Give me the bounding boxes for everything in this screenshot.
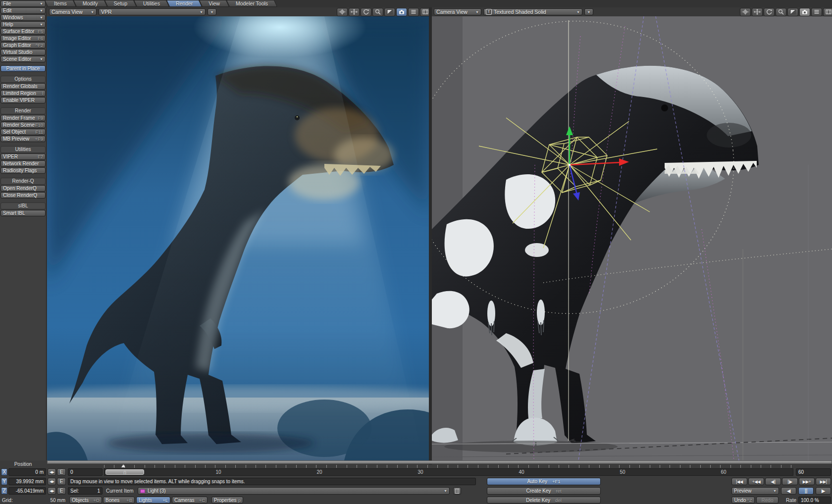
nudge-arrows-icon: ◀▶ xyxy=(50,470,54,474)
render-frame-button[interactable]: Render FrameF9 xyxy=(0,115,46,121)
sel-object-button[interactable]: Sel ObjectF11 xyxy=(0,129,46,135)
nudge-x-button[interactable]: ◀▶ xyxy=(48,468,56,476)
pan-button[interactable] xyxy=(752,8,763,16)
mb-preview-button[interactable]: MB Preview+F9 xyxy=(0,136,46,142)
center-item-button[interactable] xyxy=(337,8,348,16)
pause-button[interactable]: || xyxy=(798,487,814,495)
timeline-ruler[interactable]: 0 10 20 30 40 50 60 xyxy=(104,468,793,476)
left-render-mode-dropdown[interactable]: VPR▼ xyxy=(99,8,206,15)
step-forward-button[interactable]: ||▶ xyxy=(782,478,798,485)
rate-field[interactable]: 100.0 % xyxy=(798,497,831,504)
rotate-button[interactable] xyxy=(361,8,371,16)
minmax-viewport-button[interactable] xyxy=(787,8,798,16)
create-key-button[interactable]: Create Keyret xyxy=(487,487,601,495)
image-editor-button[interactable]: Image EditorF6 xyxy=(0,35,46,42)
viewport-list-button[interactable] xyxy=(811,8,822,16)
nudge-y-button[interactable]: ◀▶ xyxy=(48,478,56,485)
tick-label: 10 xyxy=(208,469,228,475)
render-mode-label: Textured Shaded Solid xyxy=(494,9,546,15)
rotate-button[interactable] xyxy=(764,8,775,16)
menu-edit-label: Edit xyxy=(3,8,11,14)
envelope-label: E xyxy=(60,469,63,475)
right-viewport-options-dropdown[interactable]: ▼ xyxy=(584,8,593,15)
current-item-dropdown[interactable]: Light (3) ▼ xyxy=(138,487,450,495)
bones-mode-button[interactable]: Bones+B xyxy=(103,497,135,504)
tab-modeler-tools[interactable]: Modeler Tools xyxy=(229,0,274,7)
tab-modify[interactable]: Modify xyxy=(76,0,104,7)
zoom-button[interactable] xyxy=(372,8,383,16)
lights-mode-button[interactable]: Lights+L xyxy=(136,497,170,504)
step-back-button[interactable]: ◀|| xyxy=(765,478,781,485)
render-scene-button[interactable]: Render SceneF10 xyxy=(0,122,46,128)
left-viewport-options-dropdown[interactable]: ▼ xyxy=(208,8,216,15)
next-keyframe-button[interactable]: ▶▶+ xyxy=(799,478,815,485)
previous-keyframe-button[interactable]: +◀◀ xyxy=(748,478,764,485)
enable-viper-button[interactable]: Enable VIPER xyxy=(0,97,46,103)
radiosity-flags-button[interactable]: Radiosity Flags xyxy=(0,167,46,174)
scene-editor-button[interactable]: Scene Editor▼ xyxy=(0,56,46,62)
zoom-button[interactable] xyxy=(776,8,786,16)
menu-windows[interactable]: Windows▼ xyxy=(0,14,46,21)
button-label: Render Scene xyxy=(3,122,35,128)
nudge-z-button[interactable]: ◀▶ xyxy=(48,487,56,495)
minmax-viewport-button[interactable] xyxy=(384,8,395,16)
envelope-x-button[interactable]: E xyxy=(57,468,66,476)
menu-edit[interactable]: Edit▼ xyxy=(0,7,46,14)
play-backward-button[interactable]: ◀ xyxy=(781,487,796,495)
timeline-ticks xyxy=(104,465,793,468)
horizontal-scrollbar[interactable] xyxy=(47,460,832,464)
delete-key-button[interactable]: Delete Keydel xyxy=(487,497,601,504)
camera-view-button[interactable] xyxy=(396,8,407,16)
open-renderq-button[interactable]: Open RenderQ xyxy=(0,185,46,192)
preview-dropdown[interactable]: Preview▼ xyxy=(731,487,779,495)
properties-button[interactable]: Propertiesp xyxy=(211,497,243,504)
dope-track-button[interactable] xyxy=(453,487,461,495)
close-renderq-button[interactable]: Close RenderQ xyxy=(0,192,46,199)
tab-setup[interactable]: Setup xyxy=(107,0,134,7)
tab-view[interactable]: View xyxy=(202,0,226,7)
viewport-list-button[interactable] xyxy=(408,8,419,16)
tab-items[interactable]: Items xyxy=(48,0,73,7)
frame-slider-handle[interactable]: 0 xyxy=(105,469,144,475)
virtual-studio-button[interactable]: Virtual Studio xyxy=(0,49,46,55)
graph-editor-button[interactable]: Graph Editor^F2 xyxy=(0,42,46,49)
right-render-mode-dropdown[interactable]: TTextured Shaded Solid▼ xyxy=(483,8,582,15)
end-frame-field[interactable]: 60 xyxy=(796,468,831,476)
undo-button[interactable]: Undo^Z xyxy=(731,497,755,504)
viper-button[interactable]: VIPERF7 xyxy=(0,153,46,160)
position-y-field[interactable]: 39.9992 mm xyxy=(8,478,46,485)
axis-x-chip[interactable]: X xyxy=(1,468,7,476)
menu-file[interactable]: File▼ xyxy=(0,0,46,7)
go-to-first-frame-button[interactable]: |◀◀ xyxy=(731,478,747,485)
render-globals-button[interactable]: Render Globals xyxy=(0,83,46,90)
envelope-z-button[interactable]: E xyxy=(57,487,66,495)
parent-in-place-button[interactable]: Parent in Place xyxy=(0,65,46,72)
smart-ibl-button[interactable]: Smart IBL xyxy=(0,210,46,216)
axis-z-chip[interactable]: Z xyxy=(1,487,7,495)
envelope-y-button[interactable]: E xyxy=(57,478,66,485)
network-render-button[interactable]: Network Render xyxy=(0,160,46,167)
current-frame-field[interactable]: 0 xyxy=(68,468,103,476)
pan-button[interactable] xyxy=(349,8,360,16)
redo-button[interactable]: Redo xyxy=(756,497,779,504)
cameras-mode-button[interactable]: Cameras+C xyxy=(172,497,208,504)
left-viewport-vpr[interactable] xyxy=(47,16,429,460)
play-forward-button[interactable]: ▶ xyxy=(816,487,831,495)
left-view-type-dropdown[interactable]: Camera View▼ xyxy=(49,8,97,15)
frame-range-button[interactable] xyxy=(823,8,832,16)
position-x-field[interactable]: 0 m xyxy=(8,468,46,476)
position-z-field[interactable]: -65.0419mm xyxy=(8,487,46,495)
right-view-type-dropdown[interactable]: Camera View▼ xyxy=(434,8,481,15)
right-viewport-opengl[interactable] xyxy=(432,16,832,460)
surface-editor-button[interactable]: Surface EditorF5 xyxy=(0,28,46,35)
camera-view-button[interactable] xyxy=(799,8,810,16)
tab-render[interactable]: Render xyxy=(169,0,199,7)
center-item-button[interactable] xyxy=(740,8,751,16)
axis-y-chip[interactable]: Y xyxy=(1,478,7,485)
menu-help[interactable]: Help▼ xyxy=(0,21,46,28)
limited-region-button[interactable]: Limited Regionl xyxy=(0,90,46,97)
auto-key-button[interactable]: Auto Key+F1 xyxy=(487,478,601,485)
go-to-last-frame-button[interactable]: ▶▶| xyxy=(816,478,831,485)
objects-mode-button[interactable]: Objects+O xyxy=(69,497,102,504)
tab-utilities[interactable]: Utilities xyxy=(137,0,166,7)
